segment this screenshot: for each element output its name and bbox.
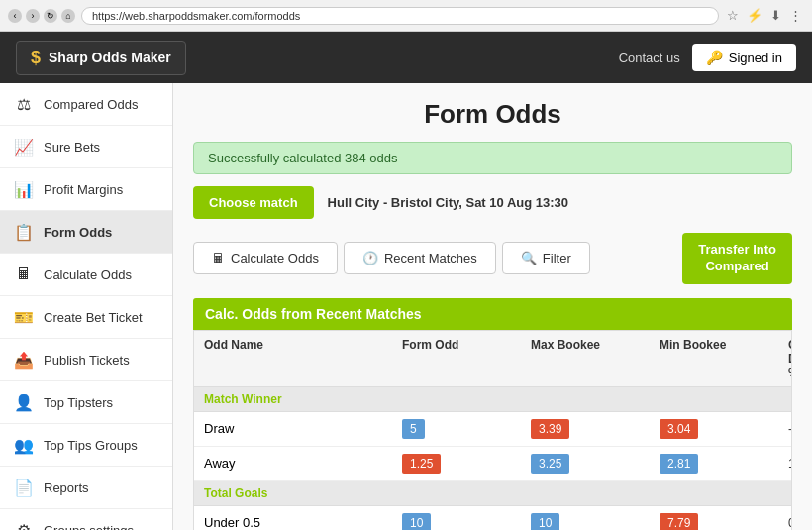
reload-button[interactable]: ↻ [44, 9, 57, 23]
transfer-btn-line1: Transfer Into [698, 242, 776, 259]
tab-calculate-odds[interactable]: 🖩 Calculate Odds [193, 242, 338, 274]
browser-controls: ‹ › ↻ ⌂ [8, 9, 75, 23]
odd-diff-draw: -32.2 [778, 415, 792, 443]
sidebar-item-top-tips-groups[interactable]: 👥 Top Tips Groups [0, 424, 172, 467]
odd-name-draw: Draw [194, 414, 392, 443]
sidebar-label-groups-settings: Groups settings [44, 523, 134, 531]
sidebar-label-create-bet-ticket: Create Bet Ticket [44, 310, 143, 325]
reports-icon: 📄 [14, 477, 34, 497]
sidebar: ⚖ Compared Odds 📈 Sure Bets 📊 Profit Mar… [0, 83, 173, 530]
filter-tab-icon: 🔍 [521, 251, 537, 265]
sidebar-item-create-bet-ticket[interactable]: 🎫 Create Bet Ticket [0, 296, 172, 339]
odd-name-under-05: Under 0.5 [194, 508, 392, 530]
star-icon[interactable]: ☆ [725, 6, 741, 25]
col-odd-name: Odd Name [194, 331, 392, 386]
sidebar-label-form-odds: Form Odds [44, 225, 112, 240]
forward-button[interactable]: › [26, 9, 40, 23]
home-button[interactable]: ⌂ [61, 9, 75, 23]
max-bookee-away: 3.25 [521, 447, 650, 480]
calculate-odds-tab-icon: 🖩 [212, 251, 225, 265]
table-container: Odd Name Form Odd Max Bookee Min Bookee … [193, 330, 792, 530]
sidebar-item-sure-bets[interactable]: 📈 Sure Bets [0, 126, 172, 168]
top-tipsters-icon: 👤 [14, 392, 34, 412]
extension-icon[interactable]: ⚡ [745, 6, 764, 25]
match-label: Hull City - Bristol City, Sat 10 Aug 13:… [328, 195, 568, 210]
max-bookee-under-05: 10 [521, 506, 650, 530]
match-row: Choose match Hull City - Bristol City, S… [193, 186, 792, 219]
recent-matches-tab-label: Recent Matches [384, 251, 477, 265]
calculate-odds-icon: 🖩 [14, 265, 34, 284]
choose-match-button[interactable]: Choose match [193, 186, 314, 219]
table-row: Away 1.25 3.25 2.81 160 [194, 447, 791, 481]
top-nav: $ Sharp Odds Maker Contact us 🔑 Signed i… [0, 32, 812, 83]
table-row: Under 0.5 10 10 7.79 0 [194, 506, 791, 530]
sidebar-label-profit-margins: Profit Margins [44, 182, 123, 197]
min-bookee-under-05: 7.79 [650, 506, 778, 530]
sidebar-item-profit-margins[interactable]: 📊 Profit Margins [0, 168, 172, 211]
signed-in-button[interactable]: 🔑 Signed in [692, 44, 796, 71]
max-bookee-draw: 3.39 [521, 412, 650, 446]
contact-us-link[interactable]: Contact us [619, 51, 680, 65]
key-icon: 🔑 [706, 50, 723, 65]
min-bookee-away: 2.81 [650, 447, 778, 480]
col-form-odd: Form Odd [392, 331, 521, 386]
url-bar[interactable]: https://web.sharpoddsmaker.com/formodds [81, 7, 719, 25]
back-button[interactable]: ‹ [8, 9, 22, 23]
sidebar-label-reports: Reports [44, 480, 89, 495]
section-header: Calc. Odds from Recent Matches [193, 298, 792, 330]
logo-icon: $ [31, 48, 41, 68]
odd-name-away: Away [194, 449, 392, 477]
sidebar-label-sure-bets: Sure Bets [44, 140, 100, 155]
sidebar-label-calculate-odds: Calculate Odds [44, 267, 132, 282]
success-banner: Successfully calculated 384 odds [193, 142, 792, 174]
table-row: Draw 5 3.39 3.04 -32.2 [194, 412, 791, 447]
top-tips-groups-icon: 👥 [14, 435, 34, 455]
logo-area: $ Sharp Odds Maker [16, 41, 186, 75]
col-min-bookee: Min Bookee [650, 331, 778, 386]
profit-margins-icon: 📊 [14, 179, 34, 199]
sidebar-label-top-tipsters: Top Tipsters [44, 395, 113, 410]
form-odds-icon: 📋 [14, 222, 34, 242]
category-total-goals: Total Goals [194, 481, 791, 506]
category-match-winner: Match Winner [194, 387, 791, 412]
sidebar-item-calculate-odds[interactable]: 🖩 Calculate Odds [0, 254, 172, 296]
filter-tab-label: Filter [543, 251, 571, 265]
tabs-row: 🖩 Calculate Odds 🕐 Recent Matches 🔍 Filt… [193, 233, 792, 284]
content-area: Form Odds Successfully calculated 384 od… [173, 83, 812, 530]
odd-diff-away: 160 [778, 450, 792, 477]
calculate-odds-tab-label: Calculate Odds [231, 251, 319, 265]
tab-recent-matches[interactable]: 🕐 Recent Matches [344, 242, 496, 274]
compared-odds-icon: ⚖ [14, 94, 34, 114]
form-odd-under-05: 10 [392, 506, 521, 530]
form-odd-away: 1.25 [392, 447, 521, 480]
table-header: Odd Name Form Odd Max Bookee Min Bookee … [194, 331, 791, 387]
signed-in-label: Signed in [729, 51, 782, 65]
menu-icon[interactable]: ⋮ [787, 6, 804, 25]
sidebar-item-compared-odds[interactable]: ⚖ Compared Odds [0, 83, 172, 126]
sidebar-item-top-tipsters[interactable]: 👤 Top Tipsters [0, 381, 172, 424]
transfer-btn-line2: Compared [698, 259, 776, 275]
logo-text: Sharp Odds Maker [49, 50, 171, 65]
recent-matches-tab-icon: 🕐 [362, 251, 378, 265]
browser-icons: ☆ ⚡ ⬇ ⋮ [725, 6, 804, 25]
sidebar-label-publish-tickets: Publish Tickets [44, 353, 130, 368]
publish-tickets-icon: 📤 [14, 350, 34, 370]
sidebar-item-form-odds[interactable]: 📋 Form Odds [0, 211, 172, 254]
main-layout: ⚖ Compared Odds 📈 Sure Bets 📊 Profit Mar… [0, 83, 812, 530]
page-title: Form Odds [193, 99, 792, 130]
col-odd-diff: Odd Diff % [778, 331, 792, 386]
sidebar-item-reports[interactable]: 📄 Reports [0, 467, 172, 509]
transfer-into-compared-button[interactable]: Transfer Into Compared [682, 233, 792, 284]
sidebar-label-compared-odds: Compared Odds [44, 97, 138, 112]
download-icon[interactable]: ⬇ [768, 6, 783, 25]
tab-filter[interactable]: 🔍 Filter [502, 242, 590, 274]
sure-bets-icon: 📈 [14, 137, 34, 157]
min-bookee-draw: 3.04 [650, 412, 778, 446]
browser-bar: ‹ › ↻ ⌂ https://web.sharpoddsmaker.com/f… [0, 0, 812, 32]
sidebar-item-groups-settings[interactable]: ⚙ Groups settings [0, 509, 172, 530]
col-max-bookee: Max Bookee [521, 331, 650, 386]
sidebar-label-top-tips-groups: Top Tips Groups [44, 438, 138, 453]
sidebar-item-publish-tickets[interactable]: 📤 Publish Tickets [0, 339, 172, 381]
odd-diff-under-05: 0 [778, 509, 792, 530]
form-odd-draw: 5 [392, 412, 521, 446]
